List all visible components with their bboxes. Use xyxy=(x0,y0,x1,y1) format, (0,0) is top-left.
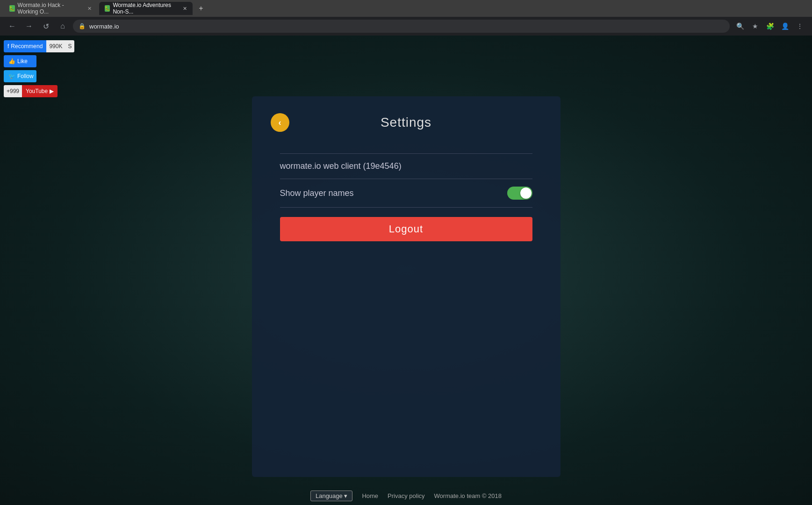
address-bar[interactable]: 🔒 wormate.io xyxy=(73,20,730,33)
back-button[interactable]: ← xyxy=(6,20,19,33)
home-button[interactable]: ⌂ xyxy=(56,20,69,33)
copyright-text: Wormate.io team © 2018 xyxy=(434,492,502,499)
tab-bar: 🐛 Wormate.io Hack - Working O... ✕ 🐛 Wor… xyxy=(0,0,812,17)
fb-recommend-group: f Recommend 990K S xyxy=(4,40,74,52)
settings-title: Settings xyxy=(381,115,431,130)
tab-2[interactable]: 🐛 Wormate.io Adventures Non-S... ✕ xyxy=(99,2,193,15)
language-selector[interactable]: Language ▾ xyxy=(310,491,352,501)
settings-panel: ‹ Settings wormate.io web client (19e454… xyxy=(252,96,560,477)
tab-1-close[interactable]: ✕ xyxy=(87,6,92,12)
profile-icon[interactable]: 👤 xyxy=(778,20,791,33)
menu-icon[interactable]: ⋮ xyxy=(793,20,806,33)
show-player-names-label: Show player names xyxy=(280,188,354,198)
fb-recommend-button[interactable]: f Recommend xyxy=(4,40,46,52)
yt-icon: ▶ xyxy=(50,88,54,94)
page-content: f Recommend 990K S 👍 Like 🐦 Follow +999 … xyxy=(0,36,812,505)
extensions-icon[interactable]: 🧩 xyxy=(763,20,776,33)
yt-label: YouTube xyxy=(26,88,48,94)
privacy-link[interactable]: Privacy policy xyxy=(388,492,424,499)
logout-button[interactable]: Logout xyxy=(280,217,532,241)
yt-subscribe-group: +999 YouTube ▶ xyxy=(4,85,74,97)
page-footer: Language ▾ Home Privacy policy Wormate.i… xyxy=(0,491,812,501)
tab-1-label: Wormate.io Hack - Working O... xyxy=(18,2,83,15)
tab-1-favicon: 🐛 xyxy=(9,5,15,12)
client-value: wormate.io web client (19e4546) xyxy=(280,161,402,171)
new-tab-button[interactable]: + xyxy=(194,2,208,15)
toolbar-icons: 🔍 ★ 🧩 👤 ⋮ xyxy=(733,20,806,33)
twitter-icon: 🐦 xyxy=(8,73,15,79)
fb-count: 990K xyxy=(46,40,65,52)
yt-subscribe-button[interactable]: YouTube ▶ xyxy=(22,85,57,97)
toggle-knob xyxy=(520,188,532,199)
fb-like-icon: 👍 xyxy=(8,58,15,65)
browser-chrome: 🐛 Wormate.io Hack - Working O... ✕ 🐛 Wor… xyxy=(0,0,812,36)
social-buttons: f Recommend 990K S 👍 Like 🐦 Follow +999 … xyxy=(4,40,74,97)
yt-count: +999 xyxy=(4,85,22,97)
fb-recommend-label: Recommend xyxy=(11,43,43,50)
fb-like-button[interactable]: 👍 Like xyxy=(4,55,36,67)
show-player-names-row: Show player names xyxy=(280,179,532,208)
tw-follow-label: Follow xyxy=(17,73,34,79)
home-link[interactable]: Home xyxy=(362,492,378,499)
tw-follow-button[interactable]: 🐦 Follow xyxy=(4,70,36,82)
back-icon: ‹ xyxy=(279,118,281,128)
settings-header: ‹ Settings xyxy=(280,115,532,130)
tab-2-close[interactable]: ✕ xyxy=(183,6,187,12)
show-player-names-toggle[interactable] xyxy=(507,187,532,200)
back-button[interactable]: ‹ xyxy=(271,113,289,132)
tab-1[interactable]: 🐛 Wormate.io Hack - Working O... ✕ xyxy=(4,2,97,15)
address-text: wormate.io xyxy=(89,23,119,30)
forward-button[interactable]: → xyxy=(22,20,36,33)
search-icon[interactable]: 🔍 xyxy=(733,20,747,33)
fb-icon: f xyxy=(7,43,9,50)
fb-share[interactable]: S xyxy=(65,40,74,52)
browser-toolbar: ← → ↺ ⌂ 🔒 wormate.io 🔍 ★ 🧩 👤 ⋮ xyxy=(0,17,812,36)
settings-content: wormate.io web client (19e4546) Show pla… xyxy=(280,153,532,208)
reload-button[interactable]: ↺ xyxy=(39,20,52,33)
bookmark-icon[interactable]: ★ xyxy=(748,20,762,33)
tab-2-favicon: 🐛 xyxy=(105,5,110,12)
client-row: wormate.io web client (19e4546) xyxy=(280,153,532,179)
fb-like-label: Like xyxy=(17,58,28,65)
tab-2-label: Wormate.io Adventures Non-S... xyxy=(113,2,178,15)
